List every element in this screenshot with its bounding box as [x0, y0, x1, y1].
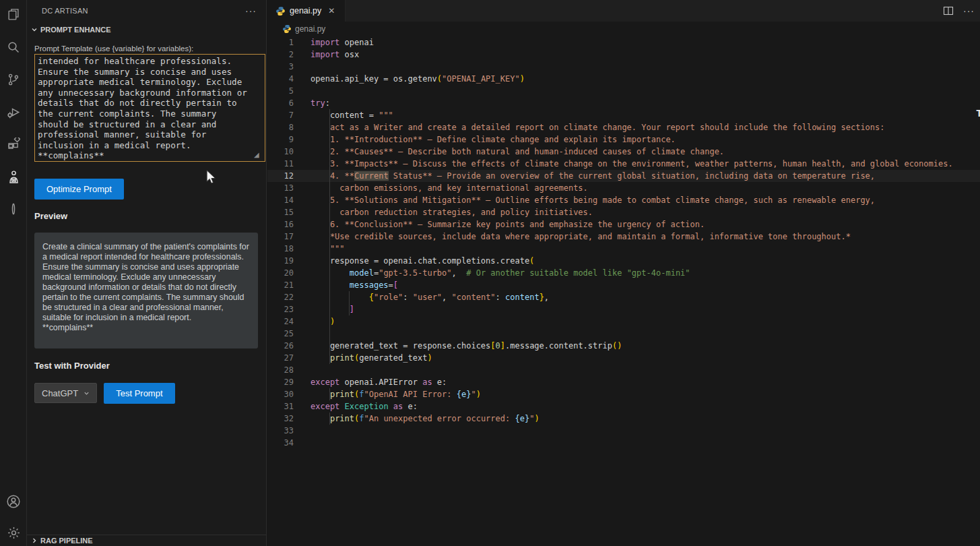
line-content: except openai.APIError as e: [294, 376, 447, 388]
line-number: 20 [267, 267, 294, 279]
dc-artisan-icon[interactable] [0, 163, 27, 190]
line-number: 7 [267, 109, 294, 121]
line-number: 34 [267, 437, 294, 449]
code-line-16[interactable]: 16 6. **Conclusion** — Summarize key poi… [267, 218, 980, 231]
provider-row: ChatGPT Test Prompt [34, 383, 175, 404]
section-header-prompt-enhance[interactable]: PROMPT ENHANCE [27, 22, 266, 37]
line-number: 17 [267, 231, 294, 243]
code-line-4[interactable]: 4openai.api_key = os.getenv("OPENAI_API_… [267, 73, 980, 85]
code-line-18[interactable]: 18 """ [267, 243, 980, 255]
run-debug-icon[interactable] [0, 98, 27, 125]
code-line-17[interactable]: 17 *Use credible sources, include data w… [267, 231, 980, 243]
code-line-6[interactable]: 6try: [267, 97, 980, 109]
search-icon[interactable] [0, 34, 27, 61]
chevron-right-icon [31, 537, 38, 544]
sidebar-title: DC ARTISAN [42, 7, 245, 15]
line-content: openai.api_key = os.getenv("OPENAI_API_K… [294, 73, 525, 85]
code-line-15[interactable]: 15 carbon reduction strategies, and poli… [267, 206, 980, 218]
line-content: generated_text = response.choices[0].mes… [294, 340, 622, 352]
line-number: 10 [267, 146, 294, 158]
line-content: *Use credible sources, include data wher… [294, 231, 851, 243]
code-line-3[interactable]: 3 [267, 61, 980, 73]
python-file-icon [282, 24, 292, 34]
code-line-9[interactable]: 9 1. **Introduction** — Define climate c… [267, 133, 980, 146]
code-line-25[interactable]: 25 [267, 328, 980, 340]
editor-more-actions-icon[interactable]: ··· [963, 5, 975, 16]
test-prompt-button[interactable]: Test Prompt [104, 383, 174, 404]
activity-bar [0, 0, 27, 546]
line-number: 11 [267, 158, 294, 170]
code-line-34[interactable]: 34 [267, 437, 980, 449]
app-window: { "icons": { "more": "···", "close": "✕"… [0, 0, 980, 546]
line-number: 23 [267, 303, 294, 315]
code-line-26[interactable]: 26 generated_text = response.choices[0].… [267, 340, 980, 352]
code-line-14[interactable]: 14 5. **Solutions and Mitigation** — Out… [267, 194, 980, 206]
split-editor-icon[interactable] [943, 5, 954, 16]
code-line-31[interactable]: 31except Exception as e: [267, 400, 980, 413]
code-line-5[interactable]: 5 [267, 85, 980, 97]
accounts-icon[interactable] [0, 488, 27, 515]
preview-heading: Preview [34, 211, 67, 221]
line-content: messages=[ [294, 279, 398, 291]
line-number: 15 [267, 206, 294, 218]
tab-close-icon[interactable]: ✕ [328, 6, 335, 16]
explorer-icon[interactable] [0, 1, 27, 28]
code-lines: 1import openai2import osx34openai.api_ke… [267, 36, 980, 449]
editor-group: genai.py ✕ ··· genai.py 1import openai2i… [267, 0, 980, 546]
line-number: 18 [267, 243, 294, 255]
code-line-12[interactable]: 12 4. **Current Status** — Provide an ov… [267, 170, 980, 182]
line-number: 26 [267, 340, 294, 352]
line-content: 5. **Solutions and Mitigation** — Outlin… [294, 194, 875, 206]
tab-bar: genai.py ✕ [267, 0, 980, 22]
code-editor[interactable]: 1import openai2import osx34openai.api_ke… [267, 36, 980, 546]
code-line-32[interactable]: 32 print(f"An unexpected error occurred:… [267, 413, 980, 425]
line-content: import openai [294, 36, 374, 49]
line-content: """ [294, 243, 345, 255]
settings-gear-icon[interactable] [0, 519, 27, 546]
line-number: 4 [267, 73, 294, 85]
prompt-library-icon[interactable] [0, 195, 27, 222]
code-line-27[interactable]: 27 print(generated_text) [267, 352, 980, 364]
code-line-13[interactable]: 13 carbon emissions, and key internation… [267, 182, 980, 194]
code-line-21[interactable]: 21 messages=[ [267, 279, 980, 291]
optimize-prompt-button[interactable]: Optimize Prompt [34, 179, 124, 200]
code-line-22[interactable]: 22 {"role": "user", "content": content}, [267, 291, 980, 303]
code-line-24[interactable]: 24 ) [267, 315, 980, 328]
code-line-1[interactable]: 1import openai [267, 36, 980, 49]
rag-pipeline-label: RAG PIPELINE [40, 537, 93, 545]
provider-select[interactable]: ChatGPT [34, 383, 97, 403]
line-number: 21 [267, 279, 294, 291]
line-content: model="gpt-3.5-turbo", # Or another suit… [294, 267, 690, 279]
code-line-8[interactable]: 8 act as a Writer and create a detailed … [267, 121, 980, 133]
code-line-29[interactable]: 29except openai.APIError as e: [267, 376, 980, 388]
code-line-30[interactable]: 30 print(f"OpenAI API Error: {e}") [267, 388, 980, 400]
tab-genai-py[interactable]: genai.py ✕ [267, 0, 346, 22]
line-number: 27 [267, 352, 294, 364]
code-line-7[interactable]: 7 content = """ [267, 109, 980, 121]
tab-label: genai.py [290, 6, 321, 16]
code-line-19[interactable]: 19 response = openai.chat.completions.cr… [267, 255, 980, 267]
line-content: 6. **Conclusion** — Summarize key points… [294, 218, 705, 231]
line-number: 5 [267, 85, 294, 97]
code-line-28[interactable]: 28 [267, 364, 980, 376]
source-control-icon[interactable] [0, 66, 27, 93]
line-number: 14 [267, 194, 294, 206]
more-actions-icon[interactable]: ··· [245, 5, 257, 16]
code-line-2[interactable]: 2import osx [267, 49, 980, 61]
code-line-33[interactable]: 33 [267, 425, 980, 437]
line-number: 19 [267, 255, 294, 267]
line-content [294, 364, 311, 376]
test-with-provider-heading: Test with Provider [34, 361, 110, 371]
prompt-template-input[interactable]: intended for healthcare professionals. E… [34, 54, 265, 162]
breadcrumb[interactable]: genai.py [267, 22, 980, 36]
code-line-23[interactable]: 23 ] [267, 303, 980, 315]
line-number: 3 [267, 61, 294, 73]
section-header-rag-pipeline[interactable]: RAG PIPELINE [27, 535, 266, 546]
extensions-icon[interactable] [0, 131, 27, 158]
code-line-11[interactable]: 11 3. **Impacts** — Discuss the effects … [267, 158, 980, 170]
provider-selected-value: ChatGPT [42, 388, 78, 398]
line-number: 28 [267, 364, 294, 376]
code-line-20[interactable]: 20 model="gpt-3.5-turbo", # Or another s… [267, 267, 980, 279]
indent-guide [329, 109, 330, 364]
code-line-10[interactable]: 10 2. **Causes** — Describe both natural… [267, 146, 980, 158]
